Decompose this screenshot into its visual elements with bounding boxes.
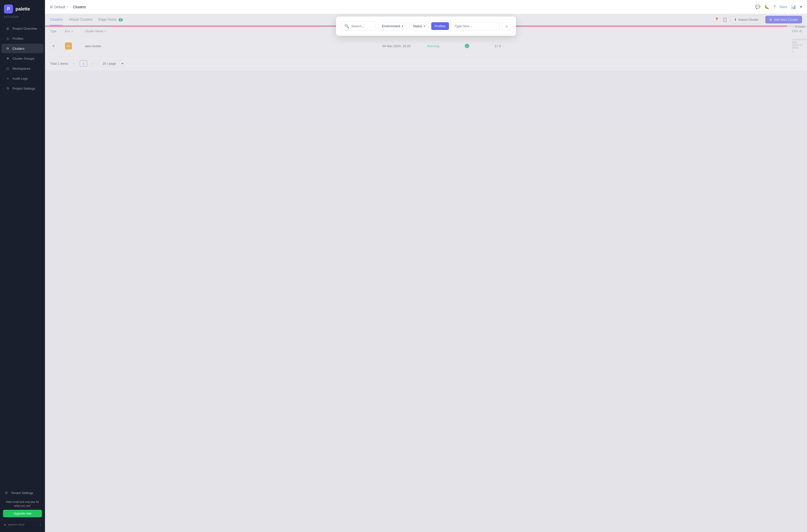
clusters-icon: ⛭ — [5, 46, 10, 51]
tenant-settings-icon: ⚙ — [4, 491, 8, 495]
upgrade-text: Start small and only pay for what you us… — [3, 500, 42, 508]
chevron-down-icon: ▾ — [402, 25, 403, 27]
sidebar-item-profiles[interactable]: ◎ Profiles — [1, 34, 43, 43]
sidebar-item-audit-logs[interactable]: ≡ Audit Logs — [1, 74, 43, 83]
logo-text: palette — [16, 6, 30, 12]
filter-overlay: 🔍 Environment ▾ Status ▾ Profiles ⚏ — [45, 14, 807, 532]
sidebar-item-label: Audit Logs — [13, 77, 28, 80]
bug-icon[interactable]: 🐛 — [764, 4, 769, 9]
logo-icon: P — [4, 4, 13, 14]
spectro-logo-label: spectro cloud — [8, 523, 24, 526]
spectro-logo: ◈ spectro cloud ‹ — [0, 520, 45, 529]
chevron-down-icon: ▾ — [67, 5, 68, 8]
sidebar-item-project-settings[interactable]: ⚙ Project Settings — [1, 84, 43, 93]
breadcrumb-separator: / — [70, 5, 71, 9]
sidebar-item-label: Clusters — [13, 47, 24, 51]
content-area: Clusters Virtual Clusters Edge Hosts 2 📍… — [45, 14, 807, 532]
audit-logs-icon: ≡ — [5, 76, 10, 81]
search-icon: 🔍 — [344, 24, 349, 28]
breadcrumb-env-label: Default — [54, 5, 65, 9]
sidebar: P palette 4.6.0-241104 ⊞ Project Overvie… — [0, 0, 45, 532]
sidebar-item-tenant-settings[interactable]: ⚙ Tenant Settings — [0, 488, 45, 497]
docs-link[interactable]: Docs — [780, 5, 787, 9]
project-overview-icon: ⊞ — [5, 26, 10, 31]
env-icon: ⊞ — [50, 5, 53, 9]
help-icon[interactable]: ? — [773, 5, 775, 9]
search-box[interactable]: 🔍 — [341, 21, 376, 31]
more-filters-button[interactable]: ⚏ — [503, 22, 511, 30]
collapse-sidebar-button[interactable]: ‹ — [40, 522, 41, 527]
logo: P palette — [0, 0, 45, 15]
topbar-actions: 💬 🐛 ? Docs 📊 ▾ — [755, 4, 802, 9]
stats-icon: 📊 — [791, 4, 796, 9]
sidebar-item-label: Workspaces — [13, 67, 30, 71]
profiles-search-input[interactable] — [451, 22, 500, 30]
sidebar-item-project-overview[interactable]: ⊞ Project Overview — [1, 24, 43, 33]
sidebar-item-label: Project Settings — [13, 87, 35, 90]
version-label: 4.6.0-241104 — [0, 15, 45, 22]
topbar: ⊞ Default ▾ / Clusters 💬 🐛 ? Docs 📊 ▾ — [45, 0, 807, 14]
chevron-down-icon: ▾ — [424, 25, 425, 27]
breadcrumb-current: Clusters — [73, 5, 86, 9]
sidebar-item-label: Profiles — [13, 37, 23, 40]
cluster-groups-icon: ❖ — [5, 56, 10, 61]
tenant-settings-label: Tenant Settings — [11, 491, 34, 495]
filter-panel: 🔍 Environment ▾ Status ▾ Profiles ⚏ — [336, 17, 516, 36]
sidebar-item-label: Project Overview — [13, 27, 37, 31]
chat-icon[interactable]: 💬 — [755, 4, 760, 9]
main-content: ⊞ Default ▾ / Clusters 💬 🐛 ? Docs 📊 ▾ Cl… — [45, 0, 807, 532]
user-menu-icon[interactable]: ▾ — [800, 4, 802, 9]
sidebar-item-workspaces[interactable]: ⊡ Workspaces — [1, 64, 43, 73]
search-input[interactable] — [351, 24, 373, 28]
status-filter-button[interactable]: Status ▾ — [409, 22, 429, 30]
filter-icon: ⚏ — [505, 24, 508, 28]
breadcrumb: ⊞ Default ▾ / Clusters — [50, 5, 86, 9]
sidebar-bottom: ⚙ Tenant Settings Start small and only p… — [0, 485, 45, 532]
workspaces-icon: ⊡ — [5, 66, 10, 71]
spectro-logo-icon: ◈ — [4, 523, 6, 526]
profiles-filter-button[interactable]: Profiles — [431, 22, 449, 30]
sidebar-nav: ⊞ Project Overview ◎ Profiles ⛭ Clusters… — [0, 22, 45, 485]
upgrade-button[interactable]: Upgrade now — [3, 510, 42, 517]
breadcrumb-env[interactable]: ⊞ Default ▾ — [50, 5, 68, 9]
profiles-icon: ◎ — [5, 36, 10, 41]
project-settings-icon: ⚙ — [5, 86, 10, 91]
sidebar-item-clusters[interactable]: ⛭ Clusters — [1, 44, 43, 53]
upgrade-box: Start small and only pay for what you us… — [3, 500, 42, 517]
environment-filter-button[interactable]: Environment ▾ — [378, 22, 407, 30]
sidebar-item-label: Cluster Groups — [13, 57, 34, 60]
sidebar-item-cluster-groups[interactable]: ❖ Cluster Groups — [1, 54, 43, 63]
